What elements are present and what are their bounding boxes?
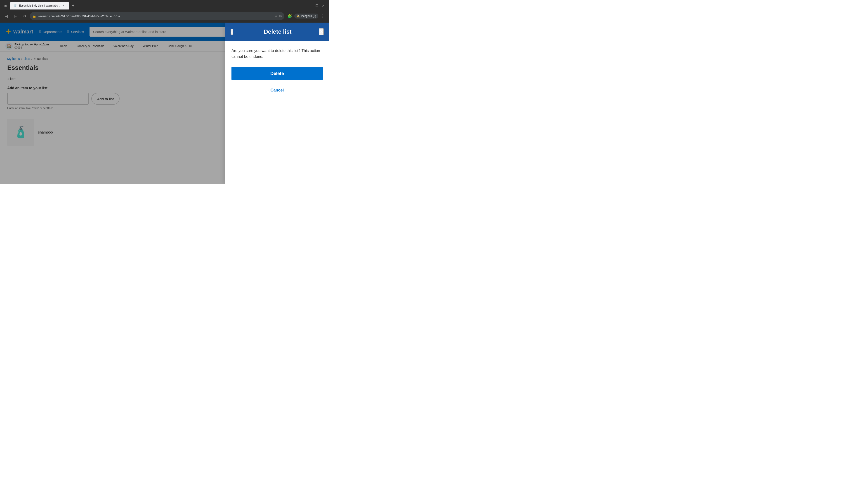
tab-favicon: 🛒 [13,4,17,7]
side-panel-title: Delete list [237,28,319,35]
lock-icon: 🔒 [33,14,36,18]
restore-button[interactable]: ❐ [315,4,319,7]
delete-button[interactable]: Delete [231,67,323,80]
back-button[interactable]: ◀ [3,12,10,20]
extensions-button[interactable]: 🧩 [286,12,293,20]
side-panel-close-button[interactable]: ✕ [319,28,324,35]
delete-message: Are you sure you want to delete this lis… [231,48,323,59]
incognito-badge[interactable]: 🕵 Incognito (3) [294,13,318,19]
window-controls: — ❐ ✕ [308,4,326,7]
active-tab[interactable]: 🛒 Essentials | My Lists | Walmart.c... ✕ [10,2,69,9]
tab-bar: ⊞ 🛒 Essentials | My Lists | Walmart.c...… [0,0,329,9]
bookmark-icon[interactable]: ☆ [274,14,278,18]
address-bar-row: ◀ ▶ ↻ 🔒 walmart.com/lists/WL/a1daa432-f7… [0,9,329,23]
menu-button[interactable]: ⋮ [319,12,327,20]
split-view-icon[interactable]: ⧉ [279,14,282,18]
tab-close-button[interactable]: ✕ [62,4,66,7]
browser-actions: 🧩 🕵 Incognito (3) ⋮ [286,12,327,20]
close-window-button[interactable]: ✕ [321,4,326,7]
reload-button[interactable]: ↻ [21,12,28,20]
url-text: walmart.com/lists/WL/a1daa432-f731-437f-… [38,14,273,18]
profile-icon[interactable]: ⊞ [2,2,9,9]
side-panel-back-button[interactable]: ‹ [230,29,233,35]
delete-panel: ‹ Delete list ✕ Are you sure you want to… [225,23,329,184]
incognito-label: Incognito (3) [301,14,316,18]
new-tab-button[interactable]: + [70,2,76,9]
forward-button[interactable]: ▶ [12,12,19,20]
address-bar[interactable]: 🔒 walmart.com/lists/WL/a1daa432-f731-437… [30,12,284,20]
side-panel-header: ‹ Delete list ✕ [225,23,329,41]
incognito-icon: 🕵 [297,14,300,18]
browser-chrome: ⊞ 🛒 Essentials | My Lists | Walmart.c...… [0,0,329,23]
tab-title: Essentials | My Lists | Walmart.c... [19,4,60,7]
side-panel-body: Are you sure you want to delete this lis… [225,41,329,184]
page-content: ✦ walmart ⊞ Departments ⊟ Services 🔍 🏠 P… [0,23,329,184]
minimize-button[interactable]: — [308,4,313,7]
cancel-button[interactable]: Cancel [231,85,323,96]
